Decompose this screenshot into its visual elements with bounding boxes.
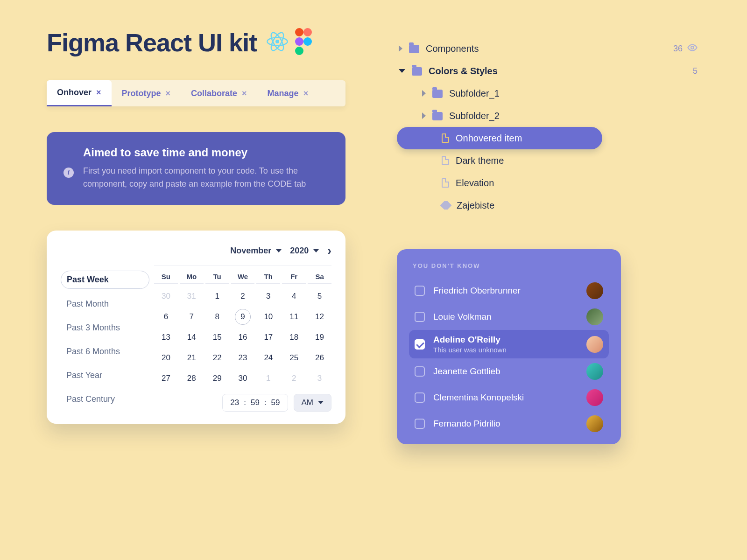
preset-past-3-months[interactable]: Past 3 Months (61, 319, 149, 336)
user-row[interactable]: Adeline O'ReillyThis user was unknown (409, 330, 609, 358)
tab-bar: Onhover×Prototype×Collaborate×Manage× (47, 80, 345, 106)
user-row[interactable]: Jeanette Gottlieb (409, 358, 609, 385)
calendar-day[interactable]: 20 (154, 350, 178, 366)
calendar-day[interactable]: 29 (205, 371, 229, 386)
tab-label: Manage (268, 89, 299, 98)
folder-icon (409, 45, 419, 53)
close-icon[interactable]: × (242, 89, 247, 98)
avatar (586, 308, 603, 325)
calendar-day[interactable]: 14 (180, 329, 204, 345)
calendar-day[interactable]: 25 (282, 350, 306, 366)
date-picker: Past WeekPast MonthPast 3 MonthsPast 6 M… (47, 231, 345, 424)
checkbox[interactable] (415, 419, 425, 429)
ampm-select[interactable]: AM (294, 394, 332, 412)
tree-folder-subfolder-2[interactable]: Subfolder_2 (397, 105, 700, 127)
calendar-day[interactable]: 12 (308, 309, 331, 325)
calendar-day[interactable]: 16 (231, 329, 255, 345)
preset-past-6-months[interactable]: Past 6 Months (61, 343, 149, 360)
checkbox[interactable] (415, 392, 425, 403)
chevron-right-icon (399, 45, 402, 52)
calendar-day[interactable]: 1 (205, 288, 229, 304)
close-icon[interactable]: × (166, 89, 171, 98)
user-row[interactable]: Louie Volkman (409, 304, 609, 330)
calendar-day[interactable]: 18 (282, 329, 306, 345)
time-s: 59 (271, 398, 280, 407)
calendar-day[interactable]: 28 (180, 371, 204, 386)
close-icon[interactable]: × (303, 89, 309, 98)
calendar-day[interactable]: 10 (256, 309, 280, 325)
tree-folder-subfolder-1[interactable]: Subfolder_1 (397, 82, 700, 105)
month-select[interactable]: November (230, 246, 282, 256)
tree-item-onhovered[interactable]: Onhovered item (397, 127, 602, 149)
calendar-day[interactable]: 19 (308, 329, 331, 345)
tree-folder-components[interactable]: Components 36 (397, 37, 700, 60)
svg-point-5 (303, 28, 312, 36)
calendar-day[interactable]: 30 (231, 371, 255, 386)
checkbox[interactable] (415, 366, 425, 377)
calendar-day[interactable]: 22 (205, 350, 229, 366)
tab-onhover[interactable]: Onhover× (47, 80, 112, 106)
tree-item-dark-theme[interactable]: Dark theme (397, 149, 700, 172)
preset-past-month[interactable]: Past Month (61, 295, 149, 313)
user-list-card: YOU DON'T KNOW Friedrich OberbrunnerLoui… (397, 249, 621, 444)
calendar-day[interactable]: 3 (308, 371, 331, 386)
close-icon[interactable]: × (96, 88, 101, 98)
month-label: November (230, 246, 271, 256)
calendar-day[interactable]: 9 (235, 309, 251, 325)
checkbox[interactable] (415, 339, 425, 350)
tree-item-zajebiste[interactable]: Zajebiste (397, 194, 700, 217)
file-tree: Components 36 Colors & Styles 5 Subfolde… (397, 37, 700, 217)
preset-past-week[interactable]: Past Week (61, 271, 149, 289)
preset-past-century[interactable]: Past Century (61, 391, 149, 408)
checkbox[interactable] (415, 312, 425, 322)
calendar-day[interactable]: 4 (282, 288, 306, 304)
folder-icon (432, 112, 443, 120)
calendar-day[interactable]: 7 (180, 309, 204, 325)
calendar-day[interactable]: 23 (231, 350, 255, 366)
tab-label: Prototype (122, 89, 161, 98)
tree-label: Onhovered item (456, 133, 522, 144)
svg-point-9 (691, 46, 694, 49)
calendar-day[interactable]: 17 (256, 329, 280, 345)
tab-label: Onhover (57, 88, 92, 98)
calendar-day[interactable]: 2 (282, 371, 306, 386)
calendar-day[interactable]: 31 (180, 288, 204, 304)
calendar-day[interactable]: 15 (205, 329, 229, 345)
calendar-day[interactable]: 24 (256, 350, 280, 366)
year-select[interactable]: 2020 (290, 246, 319, 256)
user-row[interactable]: Fernando Pidrilio (409, 411, 609, 437)
tree-item-elevation[interactable]: Elevation (397, 172, 700, 194)
tree-label: Colors & Styles (429, 66, 498, 77)
tab-collaborate[interactable]: Collaborate× (181, 80, 257, 106)
next-month-button[interactable] (327, 244, 331, 258)
calendar-day[interactable]: 21 (180, 350, 204, 366)
preset-list: Past WeekPast MonthPast 3 MonthsPast 6 M… (61, 244, 149, 412)
calendar-day[interactable]: 2 (231, 288, 255, 304)
tree-label: Subfolder_2 (449, 111, 500, 121)
calendar-day[interactable]: 27 (154, 371, 178, 386)
tree-folder-colors-styles[interactable]: Colors & Styles 5 (397, 60, 700, 82)
calendar-day[interactable]: 5 (308, 288, 331, 304)
calendar-day[interactable]: 1 (256, 371, 280, 386)
svg-point-4 (295, 28, 303, 36)
calendar-day[interactable]: 8 (205, 309, 229, 325)
calendar-day[interactable]: 3 (256, 288, 280, 304)
user-row[interactable]: Clementina Konopelski (409, 385, 609, 411)
calendar-day[interactable]: 13 (154, 329, 178, 345)
user-row[interactable]: Friedrich Oberbrunner (409, 278, 609, 304)
calendar-day[interactable]: 30 (154, 288, 178, 304)
tab-prototype[interactable]: Prototype× (112, 80, 181, 106)
chevron-right-icon (422, 90, 426, 97)
time-m: 59 (251, 398, 260, 407)
calendar-day[interactable]: 26 (308, 350, 331, 366)
item-count: 5 (693, 66, 698, 76)
calendar-day[interactable]: 6 (154, 309, 178, 325)
tab-manage[interactable]: Manage× (257, 80, 319, 106)
preset-past-year[interactable]: Past Year (61, 367, 149, 384)
time-input[interactable]: 23 : 59 : 59 (222, 394, 288, 412)
calendar-day[interactable]: 11 (282, 309, 306, 325)
dow-label: Sa (308, 273, 331, 284)
chevron-right-icon (422, 112, 426, 119)
tree-label: Subfolder_1 (449, 88, 500, 99)
checkbox[interactable] (415, 286, 425, 296)
